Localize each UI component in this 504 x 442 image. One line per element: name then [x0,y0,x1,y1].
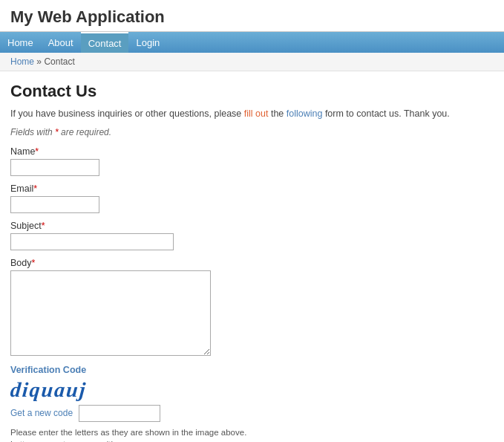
captcha-hint: Please enter the letters as they are sho… [10,426,489,442]
name-label: Name* [10,146,489,157]
subject-group: Subject* [10,221,489,250]
body-label: Body* [10,258,489,268]
app-header: My Web Application [0,0,504,32]
breadcrumb-current: Contact [44,56,74,67]
email-group: Email* [10,183,489,213]
nav-contact[interactable]: Contact [81,32,129,53]
subject-label: Subject* [10,221,489,231]
app-title: My Web Application [10,7,165,26]
page-title: Contact Us [10,82,489,101]
body-textarea[interactable] [10,270,211,356]
name-star: * [35,146,39,157]
captcha-row: Get a new code [10,405,489,422]
verification-section: Verification Code diquauj Get a new code… [10,365,489,442]
breadcrumb: Home » Contact [0,53,504,71]
email-star: * [33,183,37,194]
intro-text: If you have business inquiries or other … [10,107,489,121]
intro-highlight: fill out [244,108,269,119]
breadcrumb-home[interactable]: Home [10,56,34,67]
subject-star: * [42,221,45,231]
nav-about[interactable]: About [41,32,81,53]
body-group: Body* [10,258,489,356]
nav-home[interactable]: Home [0,32,41,53]
body-star: * [32,258,36,268]
email-input[interactable] [10,196,99,213]
intro-link: following [287,108,323,119]
name-group: Name* [10,146,489,176]
subject-input[interactable] [10,233,174,250]
verification-label: Verification Code [10,365,489,375]
main-content: Contact Us If you have business inquirie… [0,71,504,442]
required-star: * [55,127,59,137]
captcha-input[interactable] [79,405,160,422]
required-note: Fields with * are required. [10,127,489,137]
name-input[interactable] [10,159,99,176]
email-label: Email* [10,183,489,194]
captcha-image: diquauj [10,378,88,402]
nav-login[interactable]: Login [128,32,167,53]
nav-bar: Home About Contact Login [0,32,504,53]
breadcrumb-separator: » [36,56,42,67]
get-new-code-link[interactable]: Get a new code [10,408,73,418]
